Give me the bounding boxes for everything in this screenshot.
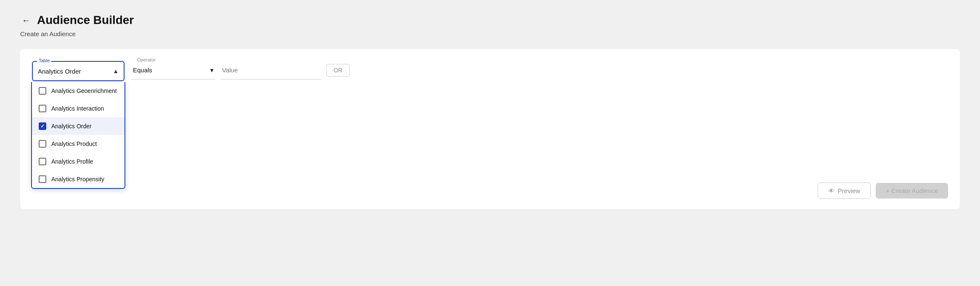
filter-row: Table Analytics Order ▲ Analytics Geoenr… — [32, 61, 948, 81]
dropdown-item-profile[interactable]: Analytics Profile — [32, 153, 124, 170]
dropdown-item-interaction[interactable]: Analytics Interaction — [32, 100, 124, 117]
subtitle: Create an Audience — [20, 30, 960, 37]
checkbox-geoenrichment[interactable] — [39, 87, 46, 95]
value-wrapper — [220, 61, 321, 79]
dropdown-item-propensity[interactable]: Analytics Propensity — [32, 170, 124, 188]
page: ← Audience Builder Create an Audience Ta… — [0, 0, 980, 222]
checkbox-order[interactable] — [39, 122, 46, 130]
table-select-label: Table — [37, 58, 51, 63]
dropdown-label-profile: Analytics Profile — [51, 158, 93, 165]
action-bar: 👁 Preview + Create Audience — [818, 183, 948, 199]
preview-icon: 👁 — [828, 187, 834, 194]
checkbox-interaction[interactable] — [39, 105, 46, 112]
dropdown-label-order: Analytics Order — [51, 123, 92, 130]
create-audience-label: + Create Audience — [886, 187, 938, 194]
table-dropdown-menu: Analytics Geoenrichment Analytics Intera… — [31, 82, 125, 189]
operator-select[interactable]: Equals ▾ — [131, 61, 215, 79]
preview-label: Preview — [838, 187, 860, 194]
table-select-wrapper: Table Analytics Order ▲ Analytics Geoenr… — [32, 61, 124, 81]
operator-value: Equals — [133, 66, 152, 74]
header: ← Audience Builder — [20, 13, 960, 27]
value-input[interactable] — [220, 61, 321, 79]
dropdown-item-order[interactable]: Analytics Order — [32, 117, 124, 135]
create-audience-button[interactable]: + Create Audience — [876, 183, 948, 199]
dropdown-label-propensity: Analytics Propensity — [51, 176, 104, 183]
table-select-outer: Table Analytics Order ▲ — [32, 61, 124, 81]
back-icon: ← — [22, 16, 30, 25]
builder-card: Table Analytics Order ▲ Analytics Geoenr… — [20, 49, 960, 209]
dropdown-label-interaction: Analytics Interaction — [51, 105, 104, 112]
checkbox-propensity[interactable] — [39, 175, 46, 183]
table-select-value: Analytics Order — [38, 68, 81, 75]
dropdown-label-geoenrichment: Analytics Geoenrichment — [51, 87, 117, 94]
table-select-field[interactable]: Analytics Order ▲ — [33, 62, 124, 80]
filter-fields: Operator Equals ▾ OR — [131, 61, 948, 79]
chevron-up-icon: ▲ — [113, 68, 119, 74]
operator-chevron-icon: ▾ — [210, 66, 214, 74]
dropdown-item-product[interactable]: Analytics Product — [32, 135, 124, 153]
preview-button[interactable]: 👁 Preview — [818, 183, 871, 199]
back-button[interactable]: ← — [20, 14, 32, 27]
or-badge[interactable]: OR — [326, 64, 350, 77]
operator-wrapper: Operator Equals ▾ — [131, 61, 215, 79]
page-title: Audience Builder — [37, 13, 134, 27]
checkbox-profile[interactable] — [39, 158, 46, 165]
operator-label: Operator — [135, 57, 157, 62]
checkbox-product[interactable] — [39, 140, 46, 148]
dropdown-item-geoenrichment[interactable]: Analytics Geoenrichment — [32, 82, 124, 100]
dropdown-label-product: Analytics Product — [51, 140, 97, 147]
